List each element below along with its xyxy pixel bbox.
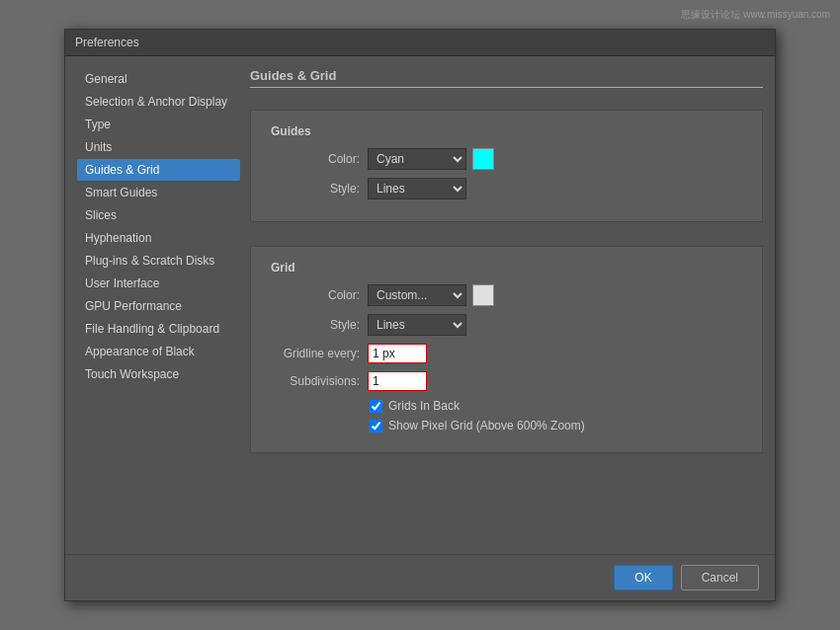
guides-color-label: Color:: [271, 152, 360, 166]
sidebar-item-guides-grid[interactable]: Guides & Grid: [77, 159, 240, 181]
show-pixel-grid-label: Show Pixel Grid (Above 600% Zoom): [388, 419, 585, 433]
grids-in-back-checkbox[interactable]: [370, 400, 382, 413]
sidebar-item-type[interactable]: Type: [77, 114, 240, 135]
preferences-dialog: Preferences 思缘设计论坛 www.missyuan.com Gene…: [64, 29, 776, 601]
grids-in-back-row: Grids In Back: [370, 399, 742, 413]
gridline-label: Gridline every:: [271, 347, 360, 360]
sidebar-item-user-interface[interactable]: User Interface: [77, 273, 240, 294]
ok-button[interactable]: OK: [614, 565, 672, 591]
grid-color-swatch: [472, 284, 494, 306]
watermark: 思缘设计论坛 www.missyuan.com: [681, 8, 830, 22]
dialog-title: Preferences: [75, 36, 139, 49]
sidebar-item-gpu-performance[interactable]: GPU Performance: [77, 295, 240, 317]
show-pixel-grid-checkbox[interactable]: [370, 420, 382, 433]
grid-header: Grid: [271, 261, 742, 275]
grid-color-label: Color:: [271, 288, 360, 302]
gridline-input[interactable]: [368, 344, 427, 363]
grid-style-row: Style: LinesDashesDots: [271, 314, 742, 336]
cancel-button[interactable]: Cancel: [681, 565, 759, 591]
subdivisions-row: Subdivisions:: [271, 371, 742, 391]
sidebar-item-units[interactable]: Units: [77, 136, 240, 158]
guides-style-select[interactable]: LinesDashesDots: [368, 178, 466, 199]
guides-color-select[interactable]: CyanLight BlueDark BlueLight RedRedGreen…: [368, 148, 466, 170]
sidebar: GeneralSelection & Anchor DisplayTypeUni…: [77, 68, 240, 542]
guides-panel: Guides Color: CyanLight BlueDark BlueLig…: [250, 110, 763, 222]
sidebar-item-hyphenation[interactable]: Hyphenation: [77, 227, 240, 249]
gridline-row: Gridline every:: [271, 344, 742, 363]
subdivisions-label: Subdivisions:: [271, 374, 360, 388]
grid-color-select[interactable]: Custom...Light BlueDark BlueLight RedRed…: [368, 284, 466, 306]
dialog-titlebar: Preferences 思缘设计论坛 www.missyuan.com: [65, 30, 775, 56]
grid-style-select[interactable]: LinesDashesDots: [368, 314, 466, 336]
sidebar-item-slices[interactable]: Slices: [77, 204, 240, 226]
grids-in-back-label: Grids In Back: [388, 399, 460, 413]
section-title: Guides & Grid: [250, 68, 763, 98]
show-pixel-grid-row: Show Pixel Grid (Above 600% Zoom): [370, 419, 742, 433]
dialog-body: GeneralSelection & Anchor DisplayTypeUni…: [65, 56, 775, 554]
sidebar-item-appearance-of-black[interactable]: Appearance of Black: [77, 341, 240, 362]
grid-panel: Grid Color: Custom...Light BlueDark Blue…: [250, 246, 763, 453]
guides-color-row: Color: CyanLight BlueDark BlueLight RedR…: [271, 148, 742, 170]
sidebar-item-file-handling-clipboard[interactable]: File Handling & Clipboard: [77, 318, 240, 340]
sidebar-item-plugins-scratch-disks[interactable]: Plug-ins & Scratch Disks: [77, 250, 240, 272]
dialog-footer: OK Cancel: [65, 554, 775, 600]
sidebar-item-smart-guides[interactable]: Smart Guides: [77, 182, 240, 203]
grid-color-row: Color: Custom...Light BlueDark BlueLight…: [271, 284, 742, 306]
sidebar-item-general[interactable]: General: [77, 68, 240, 90]
guides-style-label: Style:: [271, 182, 360, 196]
sidebar-item-touch-workspace[interactable]: Touch Workspace: [77, 363, 240, 385]
guides-header: Guides: [271, 124, 742, 138]
sidebar-item-selection-anchor-display[interactable]: Selection & Anchor Display: [77, 91, 240, 113]
guides-style-row: Style: LinesDashesDots: [271, 178, 742, 199]
main-content: Guides & Grid Guides Color: CyanLight Bl…: [250, 68, 763, 542]
grid-style-label: Style:: [271, 318, 360, 332]
guides-color-swatch: [472, 148, 494, 170]
subdivisions-input[interactable]: [368, 371, 427, 391]
